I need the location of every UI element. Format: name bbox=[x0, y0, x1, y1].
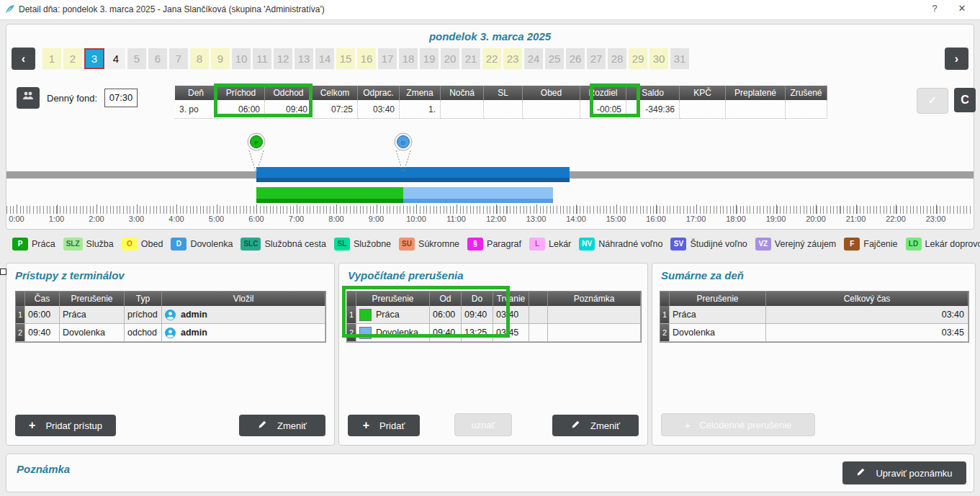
hour-label: 4:00 bbox=[168, 215, 184, 223]
computed-interruptions-table: PrerušenieOdDoTrvaniePoznámka1Práca06:00… bbox=[346, 291, 642, 343]
day-table-header: Saldo bbox=[626, 86, 680, 100]
day-cell-29[interactable]: 29 bbox=[629, 48, 647, 69]
day-cell-7[interactable]: 7 bbox=[169, 48, 188, 69]
close-button[interactable]: ✕ bbox=[954, 3, 970, 16]
timeline-marker-d[interactable]: D bbox=[392, 132, 414, 176]
day-table-value bbox=[441, 100, 484, 119]
day-cell-14[interactable]: 14 bbox=[315, 48, 334, 69]
hour-label: 15:00 bbox=[606, 215, 626, 223]
next-day-button[interactable]: › bbox=[945, 48, 968, 70]
table-cell: odchod bbox=[125, 324, 162, 342]
day-cell-12[interactable]: 12 bbox=[274, 48, 292, 69]
day-cell-4[interactable]: 4 bbox=[107, 48, 125, 69]
day-cell-2[interactable]: 2 bbox=[63, 48, 82, 69]
day-cell-23[interactable]: 23 bbox=[503, 48, 522, 69]
change-interruption-button[interactable]: Zmeniť bbox=[552, 415, 639, 436]
day-cell-15[interactable]: 15 bbox=[336, 48, 355, 69]
column-header: Do bbox=[462, 292, 493, 306]
day-cell-25[interactable]: 25 bbox=[545, 48, 564, 69]
hour-label: 16:00 bbox=[646, 215, 666, 223]
day-table-header: SL bbox=[484, 86, 523, 100]
table-row[interactable]: 1Práca03:40 bbox=[660, 306, 968, 324]
day-cell-10[interactable]: 10 bbox=[232, 48, 251, 69]
panel-title: Sumárne za deň bbox=[661, 269, 744, 281]
add-interruption-button[interactable]: + Pridať bbox=[348, 415, 420, 436]
group-icon[interactable] bbox=[17, 87, 40, 109]
day-cell-8[interactable]: 8 bbox=[190, 48, 209, 69]
panel-title: Prístupy z terminálov bbox=[15, 269, 125, 281]
hour-label: 13:00 bbox=[526, 215, 547, 223]
hour-tick bbox=[496, 204, 497, 214]
help-button[interactable]: ? bbox=[927, 3, 943, 16]
hour-label: 0:00 bbox=[9, 215, 24, 223]
day-cell-3[interactable]: 3 bbox=[84, 48, 104, 69]
day-table-value bbox=[680, 100, 726, 119]
day-cell-16[interactable]: 16 bbox=[357, 48, 376, 69]
day-cell-18[interactable]: 18 bbox=[399, 48, 418, 69]
day-cell-17[interactable]: 17 bbox=[378, 48, 397, 69]
table-row[interactable]: 2Dovolenka09:4013:2503:45 bbox=[347, 324, 641, 342]
table-cell: 2 bbox=[16, 324, 25, 342]
day-cell-22[interactable]: 22 bbox=[482, 48, 501, 69]
legend-label: Služobná cesta bbox=[264, 239, 325, 249]
hour-tick bbox=[57, 204, 58, 214]
prev-day-button[interactable]: ‹ bbox=[12, 48, 35, 70]
day-cell-13[interactable]: 13 bbox=[295, 48, 313, 69]
refresh-button[interactable]: C bbox=[954, 88, 976, 112]
day-cell-1[interactable]: 1 bbox=[42, 48, 61, 69]
day-cell-26[interactable]: 26 bbox=[566, 48, 585, 69]
table-cell: 09:40 bbox=[430, 324, 462, 342]
change-interruption-label: Zmeniť bbox=[590, 420, 620, 431]
day-summary-totals-table: PrerušenieCelkový čas1Práca03:402Dovolen… bbox=[660, 291, 969, 343]
legend-label: Služobne bbox=[354, 239, 391, 249]
legend-item-vz: VZVerejný záujem bbox=[755, 238, 836, 251]
day-cell-11[interactable]: 11 bbox=[253, 48, 271, 69]
edit-note-button[interactable]: Upraviť poznámku bbox=[842, 461, 966, 484]
interruption-bar-dovolenka[interactable] bbox=[403, 187, 553, 203]
legend-label: Paragraf bbox=[487, 239, 521, 249]
legend-label: Fajčenie bbox=[863, 239, 897, 249]
day-cell-20[interactable]: 20 bbox=[441, 48, 459, 69]
daily-fund-label: Denný fond: bbox=[47, 93, 97, 104]
day-cell-31[interactable]: 31 bbox=[670, 48, 689, 69]
table-row[interactable]: 106:00Prácapríchodadmin bbox=[16, 306, 325, 324]
timeline-marker-p[interactable]: P bbox=[246, 132, 267, 176]
table-cell: Práca bbox=[60, 306, 125, 324]
change-access-button[interactable]: Zmeniť bbox=[239, 415, 325, 436]
hour-label: 1:00 bbox=[49, 215, 64, 223]
day-cell-6[interactable]: 6 bbox=[148, 48, 167, 69]
day-cell-27[interactable]: 27 bbox=[587, 48, 606, 69]
column-header: Prerušenie bbox=[356, 292, 430, 306]
hour-label: 12:00 bbox=[486, 215, 506, 223]
daily-fund-value[interactable]: 07:30 bbox=[104, 89, 138, 107]
legend-item-p: PPráca bbox=[12, 238, 55, 251]
day-cell-5[interactable]: 5 bbox=[127, 48, 146, 69]
note-section: Poznámka Upraviť poznámku bbox=[6, 454, 974, 492]
legend-label: Súkromne bbox=[418, 239, 459, 249]
table-cell: 1 bbox=[16, 306, 25, 324]
hour-label: 10:00 bbox=[406, 215, 426, 223]
pencil-icon bbox=[856, 467, 866, 479]
table-cell: 1 bbox=[660, 306, 670, 324]
table-row[interactable]: 209:40Dovolenkaodchodadmin bbox=[16, 324, 325, 342]
day-cell-28[interactable]: 28 bbox=[608, 48, 626, 69]
column-header: Celkový čas bbox=[766, 292, 968, 306]
day-cell-24[interactable]: 24 bbox=[524, 48, 543, 69]
day-table-header: Obed bbox=[523, 86, 580, 100]
legend-badge: SLC bbox=[240, 238, 261, 251]
legend-badge: L bbox=[529, 238, 545, 251]
day-cell-21[interactable]: 21 bbox=[462, 48, 480, 69]
day-table-value: 07:25 bbox=[313, 100, 358, 119]
table-row[interactable]: 2Dovolenka03:45 bbox=[660, 324, 968, 342]
color-swatch bbox=[359, 327, 372, 339]
day-table-value bbox=[786, 100, 827, 119]
add-access-button[interactable]: + Pridať prístup bbox=[15, 415, 116, 436]
interruption-bar-práca[interactable] bbox=[256, 187, 403, 203]
panel-computed-interruptions: Vypočítané prerušenia PrerušenieOdDoTrva… bbox=[338, 263, 648, 446]
column-header bbox=[660, 292, 670, 306]
day-cell-30[interactable]: 30 bbox=[649, 48, 668, 69]
day-cell-9[interactable]: 9 bbox=[211, 48, 230, 69]
day-cell-19[interactable]: 19 bbox=[420, 48, 439, 69]
legend-item-d: DDovolenka bbox=[171, 238, 233, 251]
table-row[interactable]: 1Práca06:0009:4003:40 bbox=[347, 306, 641, 324]
